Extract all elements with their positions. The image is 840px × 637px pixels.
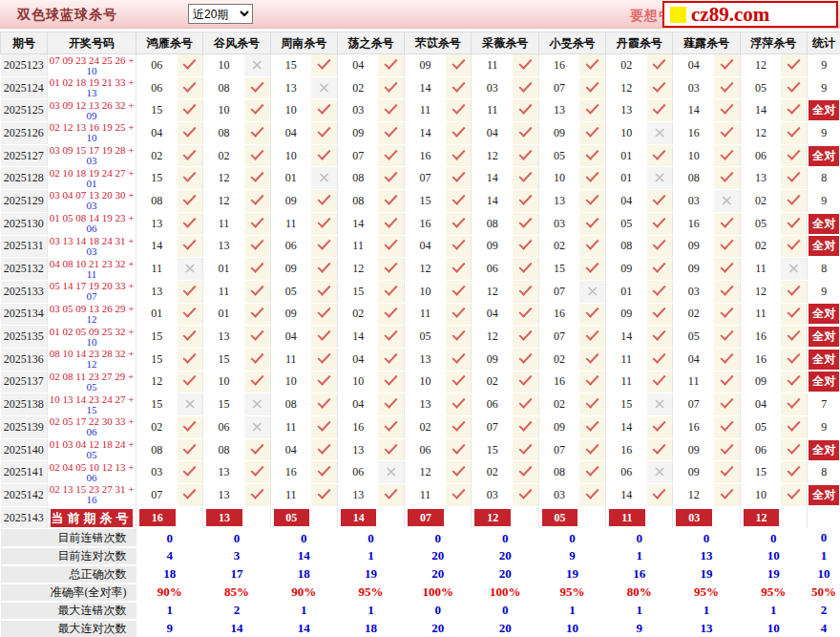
summary-row: 总正确次数1817181920201916191910 [1,565,840,584]
current-kill-cell: 07 [405,506,446,529]
check-icon [183,214,197,227]
kill-number-cell: 15 [606,393,647,416]
check-icon [250,123,263,137]
check-icon [385,282,398,295]
all-correct-badge: 全对 [808,440,840,460]
site-logo[interactable]: cz89.com [662,1,838,28]
range-select[interactable]: 近20期 [188,4,253,24]
check-icon [518,440,532,454]
stat-cell: 9 [807,122,840,145]
kill-number-cell: 02 [472,371,513,393]
col-header-expert: 丹霞杀号 [606,32,673,54]
stat-cell: 全对 [807,212,840,235]
stat-cell: 全对 [807,484,840,507]
check-icon [452,440,465,454]
kill-number-cell: 06 [405,438,446,461]
kill-number-cell: 08 [203,438,244,461]
summary-value: 0 [405,529,472,547]
kill-number-cell: 08 [337,167,378,190]
wrong-mark-cell: × [378,461,404,484]
cross-icon: × [183,394,196,413]
correct-mark-cell [178,280,203,303]
check-icon [653,55,666,69]
period-cell: 2025143 [1,506,48,529]
stat-cell: 7 [807,393,840,416]
correct-mark-cell [311,99,337,122]
correct-mark-cell [579,167,605,190]
kill-number-cell: 09 [472,348,513,371]
kill-number-cell: 16 [538,371,579,393]
kill-number-cell: 04 [740,393,781,416]
check-icon [183,485,197,499]
summary-value: 0 [740,529,807,547]
summary-value: 0 [807,529,840,547]
correct-mark-cell [513,416,538,439]
summary-value: 90% [136,584,203,602]
wrong-mark-cell: × [178,258,203,281]
draw-numbers-cell: 10 13 14 23 24 27 +15 [48,393,136,416]
check-icon [250,350,263,363]
blue-ball: 07 [48,291,136,302]
check-icon [250,463,263,477]
table-row: 202512307 09 23 24 25 26 +100610×1504091… [1,54,840,77]
correct-mark-cell [178,122,203,145]
kill-number-cell: 06 [740,438,781,461]
correct-mark-cell [378,484,404,507]
kill-number-cell: 11 [606,348,647,371]
kill-number-cell: 07 [472,416,513,439]
correct-mark-cell [781,190,807,213]
col-header-expert: 谷风杀号 [203,32,270,54]
kill-number-cell: 03 [337,99,378,122]
check-icon [385,417,398,431]
check-icon [385,259,398,272]
correct-mark-cell [781,122,807,145]
kill-number-cell: 12 [337,258,378,281]
check-icon [183,282,197,295]
correct-mark-cell [647,326,673,349]
kill-number-cell: 09 [472,235,513,258]
kill-number-cell: 10 [740,484,781,507]
all-correct-badge: 全对 [808,304,840,324]
summary-value: 0 [203,529,270,547]
correct-mark-cell [244,348,270,371]
kill-number-cell: 13 [270,76,311,99]
check-icon [720,485,733,499]
period-cell: 2025142 [1,484,48,507]
correct-mark-cell [446,167,472,190]
check-icon [518,463,532,477]
cross-icon: × [653,123,665,141]
correct-mark-cell [714,167,740,190]
col-header-expert: 浮萍杀号 [740,32,807,54]
summary-value: 1 [673,602,740,620]
kill-number-cell: 09 [538,122,579,145]
correct-mark-cell [714,280,740,303]
kill-number-cell: 11 [740,258,781,281]
summary-value: 4 [807,620,840,637]
stat-cell: 8 [807,461,840,484]
col-header-period: 期号 [1,32,48,54]
current-kill-cell: 05 [538,506,579,529]
kill-number-cell: 09 [270,303,311,326]
check-icon [653,350,666,363]
kill-number-cell: 02 [405,416,446,439]
kill-number-cell: 01 [606,144,647,167]
top-bar: 双色球蓝球杀号 近20期 要想中大奖 cz89.com [0,0,840,29]
kill-number-cell: 10 [203,99,244,122]
correct-mark-cell [714,438,740,461]
check-icon [586,417,599,431]
blue-ball: 10 [48,133,136,143]
kill-number-cell: 12 [606,76,647,99]
kill-number-cell: 12 [472,144,513,167]
correct-mark-cell [579,212,605,235]
correct-mark-cell [244,258,270,281]
check-icon [518,395,532,409]
check-icon [586,305,599,318]
correct-mark-cell [647,54,673,77]
kill-number-cell: 04 [606,190,647,213]
empty-mark-cell [714,506,740,529]
kill-number-cell: 07 [538,438,579,461]
correct-mark-cell [714,371,740,393]
draw-numbers-cell: 01 03 04 12 18 24 +05 [48,438,136,461]
current-kill-badge: 14 [341,509,377,526]
kill-number-cell: 11 [270,416,311,439]
